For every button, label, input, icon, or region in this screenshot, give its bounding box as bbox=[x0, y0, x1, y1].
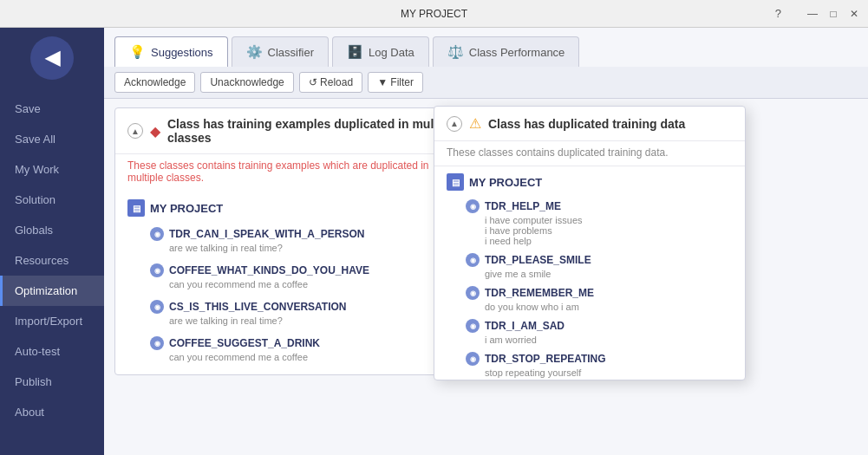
left-project-name: MY PROJECT bbox=[150, 202, 223, 215]
sidebar-item-about[interactable]: About bbox=[0, 397, 104, 427]
class-example: give me a smile bbox=[466, 269, 733, 279]
sidebar-logo: ◀ bbox=[30, 36, 74, 80]
class-name: ◉ COFFEE_SUGGEST_A_DRINK bbox=[150, 336, 466, 350]
class-example: stop repeating yourself bbox=[466, 367, 733, 378]
class-name: ◉ CS_IS_THIS_LIVE_CONVERSATION bbox=[150, 300, 466, 314]
list-item: ◉ CS_IS_THIS_LIVE_CONVERSATION are we ta… bbox=[127, 295, 466, 331]
sidebar: ◀ Save Save All My Work Solution Globals… bbox=[0, 28, 104, 455]
right-project-name: MY PROJECT bbox=[469, 176, 542, 189]
class-example: are we talking in real time? bbox=[150, 243, 466, 253]
sidebar-item-globals[interactable]: Globals bbox=[0, 215, 104, 245]
action-bar: Acknowledge Unacknowledge ↺ Reload ▼ Fil… bbox=[104, 67, 868, 99]
class-icon: ◉ bbox=[466, 253, 480, 267]
tab-class-performance[interactable]: ⚖️ Class Performance bbox=[433, 36, 580, 67]
sidebar-item-my-work[interactable]: My Work bbox=[0, 154, 104, 185]
left-warning-card: ▲ ◆ Class has training examples duplicat… bbox=[114, 107, 479, 375]
right-warning-icon: ⚠ bbox=[469, 115, 481, 132]
left-collapse-button[interactable]: ▲ bbox=[127, 123, 143, 139]
right-collapse-button[interactable]: ▲ bbox=[447, 116, 462, 132]
panel-area: ▲ ◆ Class has training examples duplicat… bbox=[104, 99, 868, 455]
unacknowledge-button[interactable]: Unacknowledge bbox=[200, 72, 293, 93]
class-example: do you know who i am bbox=[466, 302, 733, 312]
title-bar: MY PROJECT ? — □ ✕ bbox=[0, 0, 868, 28]
class-name: ◉ TDR_HELP_ME bbox=[466, 199, 733, 213]
list-item: ◉ TDR_CAN_I_SPEAK_WITH_A_PERSON are we t… bbox=[127, 222, 466, 258]
left-project-icon: ▤ bbox=[127, 199, 145, 217]
right-popup-header: ▲ ⚠ Class has duplicated training data bbox=[434, 107, 745, 141]
class-example: can you recommend me a coffee bbox=[150, 279, 466, 289]
class-example: can you recommend me a coffee bbox=[150, 352, 466, 362]
list-item: ◉ COFFEE_SUGGEST_A_DRINK can you recomme… bbox=[127, 331, 466, 367]
class-icon: ◉ bbox=[150, 263, 164, 277]
close-button[interactable]: ✕ bbox=[847, 7, 861, 21]
class-name: ◉ COFFEE_WHAT_KINDS_DO_YOU_HAVE bbox=[150, 263, 466, 277]
class-example: i have computer issuesi have problemsi n… bbox=[466, 215, 733, 246]
sidebar-item-resources[interactable]: Resources bbox=[0, 245, 104, 276]
app-layout: ◀ Save Save All My Work Solution Globals… bbox=[0, 28, 868, 455]
sidebar-item-auto-test[interactable]: Auto-test bbox=[0, 336, 104, 367]
window-title: MY PROJECT bbox=[401, 8, 467, 20]
list-item: ◉ TDR_STOP_REPEATING stop repeating your… bbox=[434, 347, 745, 380]
log-data-icon: 🗄️ bbox=[347, 44, 363, 60]
class-name: ◉ TDR_STOP_REPEATING bbox=[466, 352, 733, 366]
list-item: ◉ TDR_PLEASE_SMILE give me a smile bbox=[434, 248, 745, 281]
tab-classifier-label: Classifier bbox=[268, 46, 314, 59]
tab-suggestions[interactable]: 💡 Suggestions bbox=[114, 36, 228, 67]
class-example: i am worried bbox=[466, 335, 733, 345]
sidebar-item-solution[interactable]: Solution bbox=[0, 185, 104, 215]
class-icon: ◉ bbox=[466, 352, 480, 366]
left-warning-subtitle: These classes contains training examples… bbox=[115, 154, 478, 192]
right-project-icon: ▤ bbox=[447, 173, 464, 191]
help-button[interactable]: ? bbox=[775, 7, 781, 20]
maximize-button[interactable]: □ bbox=[826, 7, 840, 21]
list-item: ◉ TDR_HELP_ME i have computer issuesi ha… bbox=[434, 194, 745, 248]
sidebar-item-save[interactable]: Save bbox=[0, 94, 104, 124]
class-icon: ◉ bbox=[150, 300, 164, 314]
class-icon: ◉ bbox=[466, 286, 480, 300]
class-name: ◉ TDR_CAN_I_SPEAK_WITH_A_PERSON bbox=[150, 227, 466, 241]
tab-log-data[interactable]: 🗄️ Log Data bbox=[332, 36, 429, 67]
class-icon: ◉ bbox=[466, 199, 480, 213]
list-item: ◉ TDR_REMEMBER_ME do you know who i am bbox=[434, 281, 745, 314]
class-icon: ◉ bbox=[150, 336, 164, 350]
list-item: ◉ TDR_I_AM_SAD i am worried bbox=[434, 314, 745, 347]
main-content: 💡 Suggestions ⚙️ Classifier 🗄️ Log Data … bbox=[104, 28, 868, 455]
sidebar-item-publish[interactable]: Publish bbox=[0, 367, 104, 397]
class-icon: ◉ bbox=[150, 227, 164, 241]
sidebar-item-optimization[interactable]: Optimization bbox=[0, 276, 104, 306]
reload-button[interactable]: ↺ Reload bbox=[299, 72, 362, 93]
left-project-section: ▤ MY PROJECT ◉ TDR_CAN_I_SPEAK_WITH_A_PE… bbox=[115, 192, 478, 374]
tab-classifier[interactable]: ⚙️ Classifier bbox=[232, 36, 329, 67]
left-warning-header: ▲ ◆ Class has training examples duplicat… bbox=[115, 108, 478, 154]
right-popup-title: Class has duplicated training data bbox=[488, 117, 685, 131]
sidebar-item-import-export[interactable]: Import/Export bbox=[0, 306, 104, 336]
class-performance-icon: ⚖️ bbox=[447, 44, 464, 60]
class-name: ◉ TDR_PLEASE_SMILE bbox=[466, 253, 733, 267]
filter-button[interactable]: ▼ Filter bbox=[368, 72, 423, 93]
classifier-icon: ⚙️ bbox=[246, 44, 263, 60]
class-name: ◉ TDR_I_AM_SAD bbox=[466, 319, 733, 333]
left-warning-title: Class has training examples duplicated i… bbox=[167, 117, 466, 145]
right-project-header: ▤ MY PROJECT bbox=[434, 166, 745, 194]
class-icon: ◉ bbox=[466, 319, 480, 333]
tab-bar: 💡 Suggestions ⚙️ Classifier 🗄️ Log Data … bbox=[104, 28, 868, 67]
minimize-button[interactable]: — bbox=[806, 7, 819, 21]
right-popup-card: ▲ ⚠ Class has duplicated training data T… bbox=[434, 106, 746, 380]
class-name: ◉ TDR_REMEMBER_ME bbox=[466, 286, 733, 300]
list-item: ◉ COFFEE_WHAT_KINDS_DO_YOU_HAVE can you … bbox=[127, 258, 466, 295]
acknowledge-button[interactable]: Acknowledge bbox=[114, 72, 195, 93]
window-controls: — □ ✕ bbox=[806, 7, 861, 21]
suggestions-icon: 💡 bbox=[129, 44, 146, 60]
sidebar-item-save-all[interactable]: Save All bbox=[0, 124, 104, 154]
right-popup-subtitle: These classes contains duplicated traini… bbox=[434, 141, 745, 166]
tab-log-data-label: Log Data bbox=[369, 46, 414, 59]
tab-suggestions-label: Suggestions bbox=[151, 46, 213, 59]
left-project-header: ▤ MY PROJECT bbox=[127, 199, 466, 217]
tab-class-performance-label: Class Performance bbox=[469, 46, 565, 59]
left-warning-icon: ◆ bbox=[150, 123, 160, 140]
class-example: are we talking in real time? bbox=[150, 315, 466, 326]
